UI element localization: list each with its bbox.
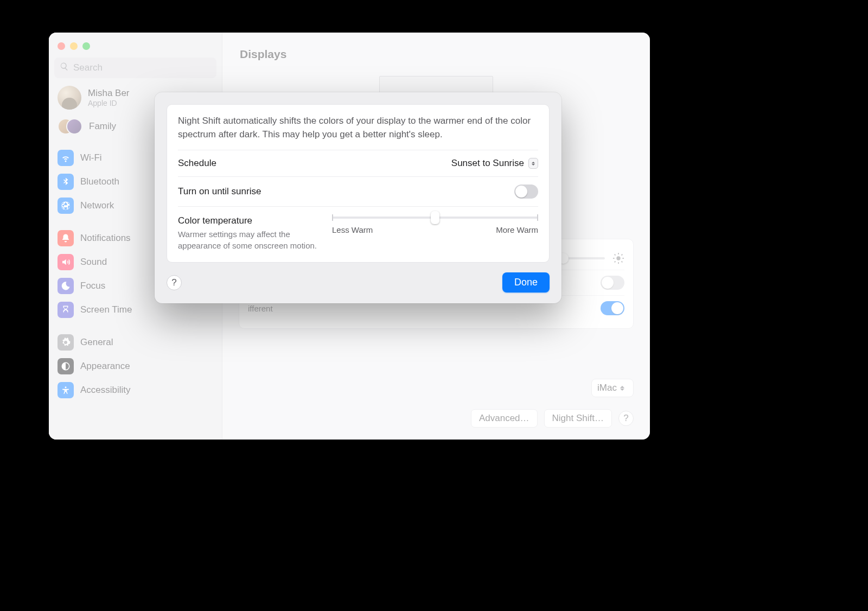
window-controls — [54, 39, 216, 58]
sidebar-item-label: Wi-Fi — [80, 152, 102, 163]
color-temperature-slider[interactable] — [332, 217, 538, 219]
page-title: Displays — [239, 33, 634, 66]
sidebar-item-label: Focus — [80, 281, 105, 291]
bluetooth-icon — [58, 174, 74, 190]
minimize-window-button[interactable] — [70, 42, 78, 50]
turn-on-row: Turn on until sunrise — [178, 176, 538, 206]
true-tone-note: ifferent — [248, 304, 273, 313]
sidebar-item-label: Notifications — [80, 233, 131, 244]
true-tone-toggle[interactable] — [601, 301, 624, 315]
brightness-high-icon — [612, 252, 624, 264]
schedule-row: Schedule Sunset to Sunrise — [178, 150, 538, 176]
chevron-updown-icon — [528, 158, 538, 169]
svg-line-7 — [615, 254, 616, 256]
slider-max-label: More Warm — [496, 225, 538, 234]
color-temperature-label: Color temperature — [178, 215, 319, 226]
svg-point-2 — [616, 256, 620, 260]
user-name: Misha Ber — [88, 88, 130, 99]
sidebar-item-label: Bluetooth — [80, 176, 119, 187]
hourglass-icon — [58, 302, 74, 318]
close-window-button[interactable] — [58, 42, 65, 50]
night-shift-description: Night Shift automatically shifts the col… — [178, 114, 538, 150]
sidebar-item-label: Accessibility — [80, 385, 131, 396]
bell-icon — [58, 230, 74, 246]
search-icon — [60, 62, 69, 74]
help-button[interactable]: ? — [618, 411, 634, 426]
night-shift-sheet: Night Shift automatically shifts the col… — [155, 92, 561, 303]
gear-icon — [58, 334, 74, 351]
sidebar-item-general[interactable]: General — [54, 331, 216, 354]
zoom-window-button[interactable] — [82, 42, 90, 50]
schedule-select[interactable]: Sunset to Sunrise — [451, 158, 538, 169]
done-button[interactable]: Done — [502, 272, 550, 292]
slider-min-label: Less Warm — [332, 225, 373, 234]
accessibility-icon — [58, 382, 74, 398]
speaker-icon — [58, 254, 74, 270]
search-input[interactable] — [73, 62, 211, 73]
svg-line-10 — [622, 254, 623, 256]
color-temperature-row: Color temperature Warmer settings may af… — [178, 206, 538, 253]
globe-icon — [58, 198, 74, 214]
color-profile-select[interactable]: iMac — [591, 379, 634, 397]
sidebar-item-accessibility[interactable]: Accessibility — [54, 379, 216, 402]
sidebar-item-label: Appearance — [80, 361, 130, 372]
schedule-label: Schedule — [178, 158, 216, 169]
sidebar-item-label: Screen Time — [80, 304, 132, 315]
svg-line-9 — [615, 262, 616, 263]
user-subtitle: Apple ID — [88, 99, 130, 107]
user-avatar — [58, 86, 81, 110]
family-label: Family — [89, 121, 116, 132]
turn-on-label: Turn on until sunrise — [178, 186, 261, 197]
wifi-icon — [58, 150, 74, 166]
sidebar-item-label: Sound — [80, 257, 107, 268]
sidebar-item-label: General — [80, 337, 113, 348]
auto-brightness-toggle[interactable] — [601, 276, 624, 290]
svg-point-1 — [65, 386, 67, 388]
color-temperature-note: Warmer settings may affect the appearanc… — [178, 228, 319, 251]
turn-on-toggle[interactable] — [514, 184, 538, 199]
svg-line-8 — [622, 262, 623, 263]
search-field[interactable] — [54, 58, 216, 78]
advanced-button[interactable]: Advanced… — [471, 409, 538, 428]
moon-icon — [58, 278, 74, 294]
schedule-value: Sunset to Sunrise — [451, 158, 524, 169]
color-profile-value: iMac — [597, 383, 617, 393]
sheet-help-button[interactable]: ? — [167, 275, 182, 290]
night-shift-button[interactable]: Night Shift… — [544, 409, 612, 428]
family-avatars — [58, 117, 82, 136]
chevron-updown-icon — [620, 384, 628, 392]
content-footer: Advanced… Night Shift… ? — [239, 409, 634, 428]
sheet-footer: ? Done — [155, 263, 561, 303]
sidebar-item-appearance[interactable]: Appearance — [54, 355, 216, 378]
appearance-icon — [58, 358, 74, 374]
sidebar-item-label: Network — [80, 200, 114, 211]
sheet-body: Night Shift automatically shifts the col… — [167, 104, 550, 263]
